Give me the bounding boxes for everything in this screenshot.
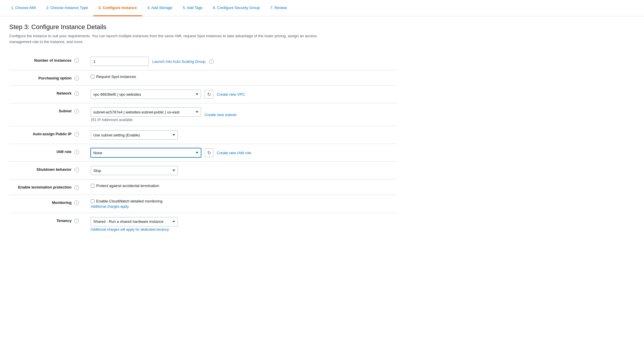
tenancy-label: Tenancy: [56, 218, 71, 223]
termination-protection-row: Enable termination protection i Protect …: [9, 179, 398, 195]
wizard-step-4[interactable]: 4. Add Storage: [142, 0, 178, 16]
wizard-step-5[interactable]: 5. Add Tags: [178, 0, 208, 16]
purchasing-option-row: Purchasing option i Request Spot instanc…: [9, 70, 398, 86]
create-subnet-link[interactable]: Create new subnet: [205, 113, 236, 117]
network-refresh-icon[interactable]: ↻: [205, 90, 213, 99]
auto-assign-ip-select[interactable]: Use subnet setting (Enable): [91, 130, 178, 140]
network-controls: vpc-96636ef0 | vpc-websites ↻ Create new…: [91, 90, 392, 99]
subnet-select[interactable]: subnet-ac5787e4 | websites-subnet-public…: [91, 107, 201, 117]
shutdown-behavior-info-icon[interactable]: i: [74, 168, 79, 172]
number-of-instances-row: Number of instances i Launch into Auto S…: [9, 53, 398, 70]
auto-scaling-info-icon[interactable]: i: [209, 59, 214, 64]
tenancy-additional-charges[interactable]: Additional charges will apply for dedica…: [91, 227, 392, 232]
protect-accidental-label[interactable]: Protect against accidental termination: [91, 184, 392, 188]
tenancy-select[interactable]: Shared - Run a shared hardware instance: [91, 217, 178, 226]
auto-assign-ip-label: Auto-assign Public IP: [33, 132, 71, 136]
subnet-label: Subnet: [59, 109, 71, 113]
page-title: Step 3: Configure Instance Details: [9, 23, 398, 31]
protect-accidental-text: Protect against accidental termination: [96, 184, 159, 188]
iam-role-info-icon[interactable]: i: [74, 150, 79, 154]
wizard-step-1[interactable]: 1. Choose AMI: [6, 0, 41, 16]
iam-refresh-icon[interactable]: ↻: [205, 148, 213, 157]
subnet-info-icon[interactable]: i: [74, 109, 79, 114]
page-description: Configure the instance to suit your requ…: [9, 33, 329, 45]
subnet-controls: subnet-ac5787e4 | websites-subnet-public…: [91, 107, 392, 122]
purchasing-option-info-icon[interactable]: i: [74, 76, 79, 81]
number-of-instances-input[interactable]: [91, 57, 149, 66]
subnet-ip-info: 251 IP Addresses available: [91, 118, 201, 122]
monitoring-row: Monitoring i Enable CloudWatch detailed …: [9, 195, 398, 213]
purchasing-option-label: Purchasing option: [38, 76, 71, 80]
request-spot-label[interactable]: Request Spot instances: [91, 74, 392, 79]
number-of-instances-controls: Launch into Auto Scaling Group i: [91, 57, 392, 66]
enable-cloudwatch-text: Enable CloudWatch detailed monitoring: [96, 199, 162, 203]
launch-auto-scaling-link[interactable]: Launch into Auto Scaling Group: [152, 59, 205, 64]
wizard-step-7[interactable]: 7. Review: [265, 0, 292, 16]
wizard-step-6[interactable]: 6. Configure Security Group: [208, 0, 265, 16]
monitoring-additional-charges[interactable]: Additional charges apply.: [91, 205, 392, 209]
request-spot-text: Request Spot instances: [96, 74, 136, 79]
request-spot-checkbox[interactable]: [91, 75, 94, 79]
tenancy-info-icon[interactable]: i: [74, 218, 79, 223]
wizard-step-2[interactable]: 2. Choose Instance Type: [41, 0, 93, 16]
wizard-navigation: 1. Choose AMI 2. Choose Instance Type 3.…: [0, 0, 644, 16]
monitoring-info-icon[interactable]: i: [74, 200, 79, 205]
monitoring-label: Monitoring: [52, 200, 71, 205]
auto-assign-ip-row: Auto-assign Public IP i Use subnet setti…: [9, 126, 398, 144]
protect-accidental-checkbox[interactable]: [91, 184, 94, 188]
iam-role-label: IAM role: [57, 150, 71, 154]
number-of-instances-info-icon[interactable]: i: [74, 58, 79, 63]
subnet-select-container: subnet-ac5787e4 | websites-subnet-public…: [91, 107, 201, 122]
iam-role-row: IAM role i None ↻ Create new IAM role: [9, 144, 398, 162]
wizard-step-3[interactable]: 3. Configure Instance: [93, 0, 142, 16]
tenancy-row: Tenancy i Shared - Run a shared hardware…: [9, 213, 398, 236]
iam-role-select[interactable]: None: [91, 148, 201, 157]
create-iam-role-link[interactable]: Create new IAM role: [217, 151, 251, 155]
enable-cloudwatch-label[interactable]: Enable CloudWatch detailed monitoring: [91, 199, 392, 203]
shutdown-behavior-row: Shutdown behavior i Stop: [9, 162, 398, 179]
termination-protection-label: Enable termination protection: [18, 185, 71, 189]
network-info-icon[interactable]: i: [74, 91, 79, 96]
shutdown-behavior-select[interactable]: Stop: [91, 166, 178, 175]
configure-instance-form: Number of instances i Launch into Auto S…: [9, 53, 398, 236]
network-label: Network: [57, 91, 71, 95]
shutdown-behavior-label: Shutdown behavior: [36, 167, 71, 172]
iam-role-controls: None ↻ Create new IAM role: [91, 148, 392, 157]
termination-protection-info-icon[interactable]: i: [74, 185, 79, 190]
main-content: Step 3: Configure Instance Details Confi…: [0, 16, 407, 243]
number-of-instances-label: Number of instances: [34, 58, 72, 63]
enable-cloudwatch-checkbox[interactable]: [91, 199, 94, 203]
auto-assign-ip-info-icon[interactable]: i: [74, 132, 79, 137]
auto-scaling-container: Launch into Auto Scaling Group i: [152, 59, 214, 64]
subnet-row: Subnet i subnet-ac5787e4 | websites-subn…: [9, 103, 398, 126]
create-vpc-link[interactable]: Create new VPC: [217, 92, 245, 97]
network-select[interactable]: vpc-96636ef0 | vpc-websites: [91, 90, 201, 99]
network-row: Network i vpc-96636ef0 | vpc-websites ↻ …: [9, 86, 398, 103]
